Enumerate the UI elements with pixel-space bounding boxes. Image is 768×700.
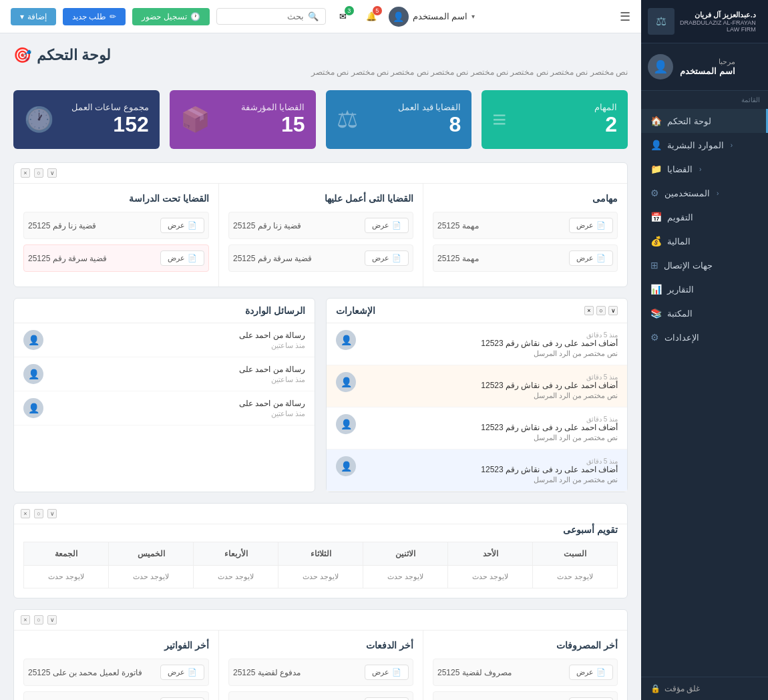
sidebar-logo: د.عبدالعزيز آل فريان DRABDULAZIZ AL-FRAY… — [641, 0, 768, 43]
notif-refresh-button[interactable]: ○ — [596, 306, 606, 315]
payments-title: أخر الدفعات — [228, 640, 413, 651]
tasks-close-button[interactable]: × — [21, 168, 30, 178]
search-box[interactable]: 🔍 — [216, 8, 326, 25]
cases-arrow-icon: ‹ — [699, 166, 701, 173]
stat-archived-value: 15 — [241, 112, 305, 137]
invoice-view-btn-2[interactable]: 📄 عرض — [160, 697, 204, 700]
view-icon: 📄 — [392, 254, 401, 262]
finance-collapse-button[interactable]: ∨ — [47, 615, 57, 625]
expense-view-btn-1[interactable]: 📄 عرض — [569, 665, 613, 680]
stat-tasks-value: 2 — [594, 112, 617, 137]
notif-msg-row: × ○ ∨ الإشعارات منذ 5 دقائق أضاف احمد عل… — [13, 298, 628, 492]
payment-view-btn-1[interactable]: 📄 عرض — [365, 665, 409, 680]
task-text-1: مهمة 25125 — [437, 221, 479, 230]
notif-widget-header: × ○ ∨ الإشعارات — [327, 299, 627, 323]
view-icon: 📄 — [188, 221, 197, 230]
view-icon: 📄 — [392, 221, 401, 230]
tasks-refresh-button[interactable]: ○ — [34, 168, 43, 178]
notif-item-title: أضاف احمد على رد فى نقاش رقم 12523 — [363, 339, 618, 348]
top-nav: ☰ ▾ اسم المستخدم 👤 🔔 5 ✉ 3 🔍 — [0, 0, 641, 33]
task-view-btn-2[interactable]: 📄 عرض — [569, 250, 613, 266]
study-case-item: 📄 عرض قضية سرقة رقم 25125 — [23, 244, 209, 272]
sidebar-username: اسم المستخدم — [680, 66, 735, 76]
view-icon: 📄 — [392, 668, 401, 677]
sidebar-item-settings[interactable]: الإعدادات ⚙ — [641, 325, 768, 349]
cal-cell: لايوجد حدث — [363, 566, 448, 588]
task-view-btn-1[interactable]: 📄 عرض — [569, 218, 613, 233]
firm-name: د.عبدالعزيز آل فريان — [680, 10, 756, 19]
notif-collapse-button[interactable]: ∨ — [608, 306, 618, 315]
msg-time: منذ ساعتين — [50, 375, 305, 384]
sidebar-item-users[interactable]: ‹ المستخدمين ⚙ — [641, 181, 768, 205]
hamburger-button[interactable]: ☰ — [620, 9, 630, 24]
notif-item: منذ 5 دقائق أضاف احمد على رد فى نقاش رقم… — [327, 365, 627, 407]
cal-refresh-button[interactable]: ○ — [34, 509, 43, 518]
notif-item-sub: نص مختصر من الرد المرسل — [363, 349, 618, 358]
notif-item-title: أضاف احمد على رد فى نقاش رقم 12523 — [363, 465, 618, 474]
invoice-view-btn-1[interactable]: 📄 عرض — [160, 665, 204, 680]
dashboard-icon: 🏠 — [650, 116, 662, 126]
cal-close-button[interactable]: × — [21, 509, 30, 518]
notif-close-button[interactable]: × — [584, 306, 594, 315]
sidebar-item-reports[interactable]: التقارير 📊 — [641, 277, 768, 301]
sidebar-footer[interactable]: غلق مؤقت 🔒 — [641, 677, 768, 700]
register-attendance-button[interactable]: 🕐 تسجيل حضور — [132, 8, 209, 25]
working-case-view-btn-1[interactable]: 📄 عرض — [365, 218, 409, 233]
study-case-view-btn-1[interactable]: 📄 عرض — [160, 218, 204, 233]
expense-item: 📄 عرض مصروف لقضية 25125 — [433, 691, 618, 700]
add-button[interactable]: إضافة ▾ — [11, 8, 56, 25]
contacts-icon: ⊞ — [650, 260, 658, 271]
sidebar-item-library[interactable]: المكتبة 📚 — [641, 301, 768, 325]
notif-item: منذ 5 دقائق أضاف احمد على رد فى نقاش رقم… — [327, 323, 627, 365]
notif-avatar: 👤 — [336, 330, 356, 350]
user-menu[interactable]: ▾ اسم المستخدم 👤 — [389, 7, 475, 27]
working-cases-title: القضايا التى أعمل عليها — [228, 193, 413, 204]
cal-cell: لايوجد حدث — [194, 566, 278, 588]
sidebar-item-contacts[interactable]: جهات الإتصال ⊞ — [641, 253, 768, 277]
cal-day-header: الثلاثاء — [278, 542, 363, 566]
task-item: 📄 عرض مهمة 25125 — [433, 244, 618, 272]
notif-item-sub: نص مختصر من الرد المرسل — [363, 476, 618, 484]
finance-refresh-button[interactable]: ○ — [34, 615, 43, 625]
tasks-col-working: القضايا التى أعمل عليها 📄 عرض قضية زنا ر… — [218, 184, 423, 287]
stat-active-label: القضايا قيد العمل — [398, 102, 461, 112]
finance-widget: × ○ ∨ أخر المصروفات 📄 عرض مصروف لقضية 25… — [13, 609, 628, 700]
finance-close-button[interactable]: × — [21, 615, 30, 625]
study-case-text-2: قضية سرقة رقم 25125 — [28, 254, 107, 263]
finance-icon: 💰 — [650, 236, 662, 246]
notif-title: الإشعارات — [336, 305, 375, 316]
messages-button[interactable]: ✉ 3 — [333, 6, 354, 27]
sidebar-item-cases[interactable]: ‹ القضايا 📁 — [641, 157, 768, 181]
invoices-title: أخر الفواتير — [23, 640, 209, 651]
cal-cell: لايوجد حدث — [448, 566, 533, 588]
study-case-view-btn-2[interactable]: 📄 عرض — [160, 250, 204, 266]
sidebar-item-calendar[interactable]: التقويم 📅 — [641, 205, 768, 229]
messages-badge: 3 — [345, 6, 354, 15]
finance-col-payments: أخر الدفعات 📄 عرض مدفوع لقضية 25125 📄 — [218, 631, 423, 700]
task-item: 📄 عرض مهمة 25125 — [433, 212, 618, 239]
view-icon: 📄 — [188, 254, 197, 262]
content-area: لوحة التحكم 🎯 نص مختصر نص مختصر نص مختصر… — [0, 33, 641, 700]
sidebar-item-dashboard[interactable]: لوحة التحكم 🏠 — [641, 109, 768, 133]
tasks-col-study: القضايا تحت الدراسة 📄 عرض قضية زنا رقم 2… — [14, 184, 218, 287]
view-icon: 📄 — [596, 668, 606, 677]
payment-item: 📄 عرض مدفوع لقضية 25125 — [228, 659, 413, 686]
sidebar-item-finance[interactable]: المالية 💰 — [641, 229, 768, 253]
working-case-view-btn-2[interactable]: 📄 عرض — [365, 250, 409, 266]
search-input[interactable] — [224, 11, 304, 21]
payment-view-btn-2[interactable]: 📄 عرض — [365, 697, 409, 700]
expense-view-btn-2[interactable]: 📄 عرض — [569, 697, 613, 700]
stat-archived-label: القضايا المؤرشفة — [241, 102, 305, 112]
sidebar-item-hr[interactable]: ‹ الموارد البشرية 👤 — [641, 133, 768, 157]
users-arrow-icon: ‹ — [717, 190, 719, 197]
edit-icon: ✏ — [110, 12, 116, 21]
tasks-collapse-button[interactable]: ∨ — [47, 168, 57, 178]
cal-collapse-button[interactable]: ∨ — [47, 509, 57, 518]
cal-cell: لايوجد حدث — [278, 566, 363, 588]
view-icon: 📄 — [596, 254, 606, 262]
new-request-button[interactable]: ✏ طلب جديد — [63, 8, 126, 25]
finance-col-invoices: أخر الفواتير 📄 عرض فاتورة لعميل محمد بن … — [14, 631, 218, 700]
working-case-item: 📄 عرض قضية زنا رقم 25125 — [228, 212, 413, 239]
notifications-button[interactable]: 🔔 5 — [361, 6, 382, 27]
msg-time: منذ ساعتين — [50, 341, 305, 350]
